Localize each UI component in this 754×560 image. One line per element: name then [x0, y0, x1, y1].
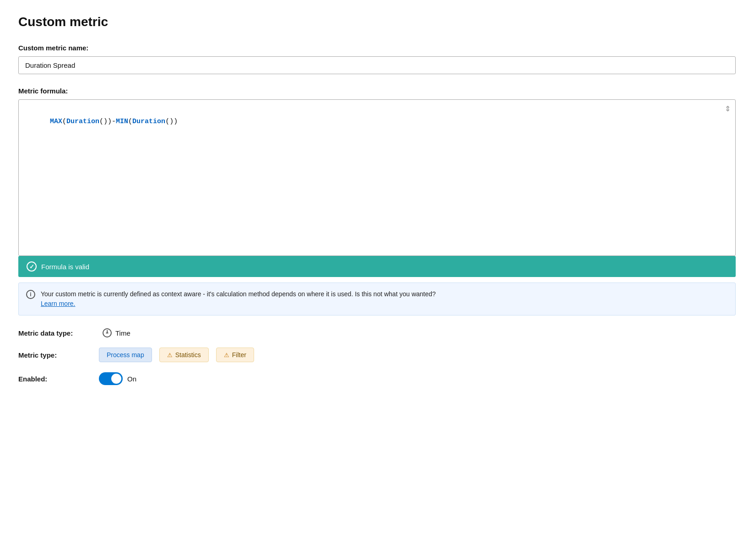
enabled-row: Enabled: On [18, 372, 736, 385]
statistics-warn-icon: ⚠ [167, 352, 173, 359]
metric-name-input[interactable] [18, 56, 736, 74]
metric-type-statistics-btn[interactable]: ⚠ Statistics [159, 348, 209, 362]
formula-keyword-duration2: Duration [132, 118, 165, 125]
metric-type-row: Metric type: Process map ⚠ Statistics ⚠ … [18, 348, 736, 362]
formula-keyword-max: MAX [50, 118, 62, 125]
metric-type-filter-btn[interactable]: ⚠ Filter [216, 348, 254, 362]
metric-name-label: Custom metric name: [18, 44, 736, 52]
metric-formula-label: Metric formula: [18, 87, 736, 95]
metric-type-filter-label: Filter [232, 351, 246, 359]
metric-data-type-row: Metric data type: Time [18, 328, 736, 337]
metric-data-type-value: Time [103, 328, 130, 337]
enabled-label: Enabled: [18, 375, 92, 383]
info-banner-content: Your custom metric is currently defined … [41, 289, 436, 309]
toggle-thumb [111, 374, 121, 384]
info-icon: i [26, 290, 35, 299]
metric-formula-section: Metric formula: MAX(Duration())-MIN(Dura… [18, 87, 736, 315]
filter-warn-icon: ⚠ [224, 352, 229, 359]
formula-paren-3: ( [128, 118, 132, 125]
metric-name-section: Custom metric name: [18, 44, 736, 74]
info-banner-text: Your custom metric is currently defined … [41, 290, 436, 298]
metric-data-type-label: Metric data type: [18, 329, 92, 337]
formula-resize-icon[interactable]: ⇕ [725, 104, 731, 113]
metric-data-type-text: Time [115, 329, 130, 337]
metric-type-process-map-label: Process map [107, 351, 144, 359]
formula-paren-2: ())- [99, 118, 116, 125]
formula-paren-4: ()) [165, 118, 178, 125]
learn-more-link[interactable]: Learn more. [41, 300, 75, 307]
clock-icon [103, 328, 112, 337]
formula-keyword-duration1: Duration [66, 118, 99, 125]
enabled-toggle-text: On [127, 375, 136, 383]
valid-banner: Formula is valid [18, 256, 736, 277]
valid-banner-text: Formula is valid [41, 263, 89, 271]
formula-display[interactable]: MAX(Duration())-MIN(Duration()) [19, 100, 735, 256]
formula-paren-1: ( [62, 118, 66, 125]
formula-container[interactable]: MAX(Duration())-MIN(Duration()) ⇕ [18, 99, 736, 256]
toggle-track [99, 372, 123, 385]
formula-keyword-min: MIN [116, 118, 128, 125]
metric-type-statistics-label: Statistics [175, 351, 201, 359]
page-title: Custom metric [18, 15, 736, 29]
enabled-toggle[interactable] [99, 372, 123, 385]
metric-type-label: Metric type: [18, 351, 92, 359]
metric-type-process-map-btn[interactable]: Process map [99, 348, 152, 362]
toggle-container: On [99, 372, 136, 385]
info-banner: i Your custom metric is currently define… [18, 283, 736, 315]
valid-checkmark-icon [27, 261, 37, 272]
